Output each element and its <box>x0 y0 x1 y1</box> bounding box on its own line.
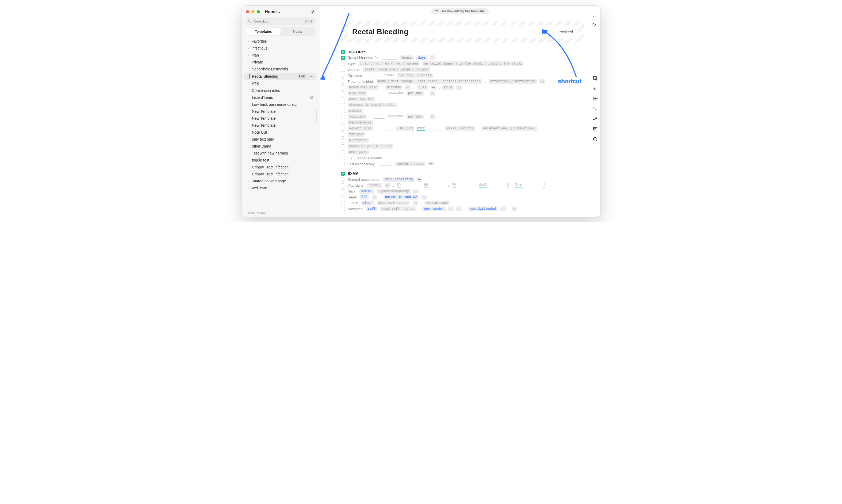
chip[interactable]: diarrhea <box>348 91 367 96</box>
blank-field[interactable] <box>459 183 472 187</box>
sidebar-section-infectious[interactable]: ›Infectious <box>244 45 316 52</box>
chip[interactable]: per day <box>406 114 424 119</box>
chip-group[interactable]: on toilet paper| in the stool| coating t… <box>422 61 523 66</box>
tab-notes[interactable]: Notes <box>281 28 315 35</box>
chip[interactable]: non-distended <box>468 206 498 211</box>
more-icon[interactable] <box>456 206 462 211</box>
more-icon[interactable] <box>430 91 436 96</box>
chip[interactable]: nausea <box>348 108 363 113</box>
chip[interactable]: per day <box>406 91 424 96</box>
sidebar-item[interactable]: New Template <box>244 108 316 115</box>
more-icon[interactable] <box>456 85 462 90</box>
fullscreen-window-icon[interactable] <box>257 10 260 13</box>
sidebar-item[interactable]: Note USI <box>244 129 316 136</box>
blank-field[interactable] <box>382 56 397 60</box>
sidebar-item[interactable]: only text only <box>244 136 316 143</box>
checkbox[interactable] <box>341 189 345 193</box>
blank-field[interactable] <box>432 183 445 187</box>
checkbox[interactable] <box>341 201 345 205</box>
checkbox[interactable] <box>341 109 345 113</box>
toggle-list-icon[interactable] <box>592 106 598 112</box>
checkbox[interactable] <box>341 127 345 131</box>
checkbox[interactable] <box>341 62 345 66</box>
document-title[interactable]: Rectal Bleeding <box>352 28 408 36</box>
chip[interactable]: abdominal pain <box>348 85 379 90</box>
checkbox[interactable] <box>341 74 345 78</box>
minimize-window-icon[interactable] <box>251 10 255 13</box>
more-icon[interactable] <box>540 79 545 84</box>
blank-field[interactable] <box>374 91 385 95</box>
more-circle-icon[interactable] <box>592 136 598 142</box>
checkbox[interactable] <box>341 195 345 199</box>
blank-field[interactable] <box>380 127 393 130</box>
search-input[interactable]: ⌘⇧F <box>245 17 315 25</box>
chip[interactable]: normal <box>359 189 374 194</box>
play-icon[interactable] <box>592 22 597 28</box>
more-icon[interactable] <box>372 195 377 199</box>
wand-icon[interactable] <box>592 116 598 122</box>
sidebar-item[interactable]: ATB <box>244 80 316 87</box>
sidebar-item[interactable]: New Template <box>244 115 316 122</box>
underline-icon[interactable]: a <box>592 86 598 91</box>
home-dropdown[interactable]: Home ⌄ <box>265 10 281 14</box>
chip[interactable]: dizziness <box>348 138 369 143</box>
chip[interactable]: diffuse <box>385 85 403 90</box>
cursor-box-icon[interactable] <box>592 75 598 81</box>
scrollbar-thumb[interactable] <box>316 110 316 122</box>
blank-field[interactable] <box>428 127 442 130</box>
checkbox[interactable] <box>341 68 345 72</box>
checkbox[interactable] <box>341 97 345 101</box>
chip[interactable]: mucus or pus in stool <box>348 144 393 149</box>
more-icon[interactable] <box>422 195 427 199</box>
checkbox-checked[interactable] <box>341 50 345 54</box>
checkbox[interactable] <box>341 144 345 148</box>
chip[interactable]: normal <box>367 183 382 188</box>
compose-icon[interactable] <box>310 10 315 14</box>
blank-field[interactable] <box>366 74 381 77</box>
more-icon[interactable] <box>500 206 506 211</box>
checkbox[interactable] <box>341 103 345 107</box>
chip[interactable]: non-tender <box>422 206 446 211</box>
sidebar-item[interactable]: New Template <box>244 122 316 129</box>
checkbox[interactable] <box>341 207 345 211</box>
checkbox-checked[interactable] <box>341 56 345 60</box>
chip[interactable]: anal pain <box>348 150 369 155</box>
chip[interactable]: dull <box>417 85 428 90</box>
chip[interactable]: changes in bowel habits <box>348 103 397 107</box>
chip-group[interactable]: none| diet change| sitz baths| topical m… <box>376 79 483 84</box>
chip[interactable]: lymphadenopathy <box>377 189 410 194</box>
sidebar-item-selected[interactable]: Rectal Bleeding Edit <box>244 73 316 80</box>
search-field[interactable] <box>253 19 302 23</box>
chevron-right-icon[interactable]: › <box>348 156 349 160</box>
sidebar-item[interactable]: Conversion rules <box>244 87 316 94</box>
close-window-icon[interactable] <box>246 10 249 13</box>
more-icon[interactable] <box>430 114 436 119</box>
chip[interactable]: normal S1 and S2 <box>384 195 419 199</box>
sidebar-item[interactable]: Test with new hermes <box>244 150 316 157</box>
more-icon[interactable] <box>413 201 418 205</box>
chip[interactable]: vomiting <box>348 114 367 119</box>
sidebar-section-plan[interactable]: ›Plan <box>244 52 316 59</box>
checkbox[interactable] <box>341 132 345 137</box>
chip-group[interactable]: small| moderate| large| unclear <box>363 67 431 72</box>
more-icon[interactable] <box>309 74 314 79</box>
edit-badge[interactable]: Edit <box>297 74 306 78</box>
segment-control[interactable]: Templates Notes <box>245 27 315 36</box>
more-icon[interactable] <box>385 183 390 188</box>
blank-field[interactable] <box>527 183 540 187</box>
chip-hours[interactable]: hours <box>400 55 414 60</box>
checkbox[interactable] <box>341 150 345 154</box>
chip-group[interactable]: bright red| dark red| maroon <box>359 61 420 66</box>
chip-group[interactable]: effective| ineffective <box>489 79 537 84</box>
chip[interactable]: abnormal sounds <box>377 201 410 205</box>
chip[interactable]: constipation <box>348 97 375 102</box>
sidebar-section-favorites[interactable]: ›Favorites <box>244 38 316 45</box>
document[interactable]: Rectal Bleeding .recbleed HISTORY: Recta… <box>319 16 600 217</box>
chat-icon[interactable] <box>592 126 598 132</box>
sidebar-tree[interactable]: ›Favorites ›Infectious ›Plan ⌄Private Se… <box>244 38 316 210</box>
sidebar-item[interactable]: Urinary Tract Infection <box>244 170 316 178</box>
chip-group[interactable]: per day| overall <box>397 73 433 78</box>
chip[interactable]: weight loss <box>348 126 373 131</box>
more-icon[interactable]: ⋯ <box>591 14 597 20</box>
more-icon[interactable] <box>413 189 419 194</box>
